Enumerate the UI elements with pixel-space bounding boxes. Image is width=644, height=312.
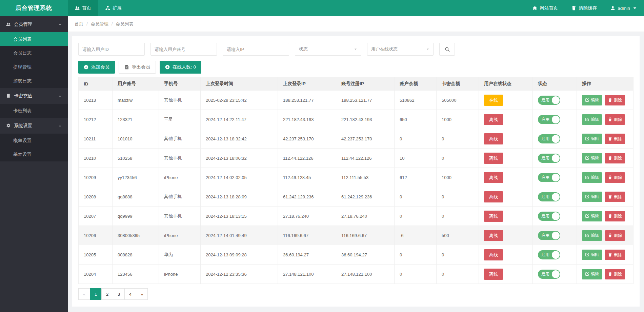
admin-app: 后台管理系统 首页扩展 网站首页清除缓存admin 会员管理会员列表会员日志提现…	[0, 0, 644, 312]
toggle-label: 启用	[541, 271, 549, 277]
online-status-select[interactable]: 用户在线状态	[367, 43, 434, 56]
cell-id: 10207	[79, 207, 113, 226]
caret-up-icon	[58, 23, 62, 26]
edit-button[interactable]: 编辑	[582, 211, 602, 221]
delete-button[interactable]: 删除	[605, 114, 625, 125]
delete-button[interactable]: 删除	[605, 192, 625, 202]
enable-toggle[interactable]: 启用	[538, 250, 560, 259]
edit-button[interactable]: 编辑	[582, 230, 602, 241]
sidebar-item-card-list[interactable]: 卡密列表	[0, 104, 68, 118]
column-header: 状态	[533, 77, 577, 91]
cell-status: 启用	[533, 168, 577, 187]
edit-button[interactable]: 编辑	[582, 153, 602, 163]
top-tab-home[interactable]: 首页	[68, 0, 98, 16]
cell-register-ip: 188.253.121.77	[336, 91, 395, 110]
sidebar-group-label: 系统设置	[14, 123, 32, 129]
column-header: 上次登录IP	[278, 77, 336, 91]
delete-button[interactable]: 删除	[605, 250, 625, 260]
page-3[interactable]: 3	[113, 288, 125, 300]
cell-account: maoziw	[113, 91, 159, 110]
sidebar-item-game-log[interactable]: 游戏日志	[0, 74, 68, 88]
delete-button[interactable]: 删除	[605, 95, 625, 105]
delete-button[interactable]: 删除	[605, 172, 625, 183]
enable-toggle[interactable]: 启用	[538, 115, 560, 124]
ip-input[interactable]	[223, 43, 289, 56]
cell-status: 启用	[533, 129, 577, 149]
edit-icon	[585, 156, 589, 160]
page-1[interactable]: 1	[90, 288, 102, 300]
sidebar-group-member-management[interactable]: 会员管理	[0, 16, 68, 32]
sidebar-group-system-settings[interactable]: 系统设置	[0, 118, 68, 134]
user-id-input[interactable]	[78, 43, 145, 56]
cell-phone: iPhone	[159, 168, 201, 187]
sidebar-group-card-recharge[interactable]: 卡密充值	[0, 88, 68, 104]
sidebar: 会员管理会员列表会员日志提现管理游戏日志卡密充值卡密列表系统设置概率设置基本设置	[0, 16, 68, 312]
enable-toggle[interactable]: 启用	[538, 192, 560, 201]
delete-button[interactable]: 删除	[605, 269, 625, 279]
users-icon	[6, 22, 11, 26]
edit-button[interactable]: 编辑	[582, 95, 602, 105]
toggle-label: 启用	[541, 233, 549, 238]
cell-phone: iPhone	[159, 265, 201, 284]
breadcrumb-item[interactable]: 首页	[75, 21, 83, 27]
delete-button[interactable]: 删除	[605, 211, 625, 221]
edit-button[interactable]: 编辑	[582, 192, 602, 202]
page-next[interactable]: »	[136, 288, 148, 300]
top-item-clear-cache[interactable]: 清除缓存	[565, 0, 604, 16]
table-row: 10209yy123456iPhone2024-12-14 02:02:0511…	[79, 168, 633, 187]
column-header: 用户账号	[113, 77, 159, 91]
page-prev[interactable]: «	[78, 288, 90, 300]
delete-button[interactable]: 删除	[605, 134, 625, 144]
breadcrumb-item[interactable]: 会员管理	[91, 21, 108, 27]
cell-account: 123321	[113, 110, 159, 129]
enable-toggle[interactable]: 启用	[538, 154, 560, 163]
enable-toggle[interactable]: 启用	[538, 231, 560, 240]
page-4[interactable]: 4	[124, 288, 136, 300]
edit-button[interactable]: 编辑	[582, 250, 602, 260]
export-members-button[interactable]: 导出会员	[119, 61, 156, 74]
sidebar-item-basic-settings[interactable]: 基本设置	[0, 148, 68, 161]
user-account-input[interactable]	[150, 43, 217, 56]
plus-circle-icon	[84, 65, 88, 70]
delete-label: 删除	[614, 175, 622, 180]
cell-online-status: 离线	[479, 149, 533, 168]
top-tab-extend[interactable]: 扩展	[98, 0, 129, 16]
enable-toggle[interactable]: 启用	[538, 96, 560, 105]
table-header-row: ID用户账号手机号上次登录时间上次登录IP账号注册IP账户余额卡密金额用户在线状…	[79, 77, 633, 91]
caret-down-icon	[632, 6, 637, 11]
caret-up-icon	[58, 124, 62, 128]
sidebar-item-member-list[interactable]: 会员列表	[0, 32, 68, 46]
cell-register-ip: 116.169.6.67	[336, 226, 395, 245]
delete-icon	[608, 137, 612, 141]
search-button[interactable]	[439, 43, 455, 56]
edit-button[interactable]: 编辑	[582, 114, 602, 125]
delete-button[interactable]: 删除	[605, 153, 625, 163]
sidebar-item-probability-settings[interactable]: 概率设置	[0, 134, 68, 148]
enable-toggle[interactable]: 启用	[538, 134, 560, 143]
delete-button[interactable]: 删除	[605, 230, 625, 241]
edit-label: 编辑	[591, 252, 599, 258]
enable-toggle[interactable]: 启用	[538, 173, 560, 182]
edit-button[interactable]: 编辑	[582, 269, 602, 279]
cell-phone: 三星	[159, 110, 201, 129]
enable-toggle[interactable]: 启用	[538, 212, 560, 221]
enable-toggle[interactable]: 启用	[538, 270, 560, 279]
status-select[interactable]: 状态	[295, 43, 361, 56]
filter-bar: 状态 用户在线状态	[78, 43, 633, 56]
edit-icon	[585, 117, 589, 121]
add-member-button[interactable]: 添加会员	[78, 61, 115, 74]
cell-account: qq8888	[113, 187, 159, 207]
cell-last-login-time: 2024-12-13 09:09:28	[201, 245, 278, 265]
sidebar-item-member-log[interactable]: 会员日志	[0, 46, 68, 60]
edit-label: 编辑	[591, 194, 599, 200]
cell-register-ip: 27.18.76.240	[336, 207, 395, 226]
edit-button[interactable]: 编辑	[582, 134, 602, 144]
delete-icon	[608, 195, 612, 199]
top-item-site-home[interactable]: 网站首页	[526, 0, 565, 16]
page-2[interactable]: 2	[101, 288, 113, 300]
online-count-button[interactable]: 在线人数: 0	[160, 61, 201, 74]
top-item-admin-user[interactable]: admin	[604, 0, 644, 16]
edit-button[interactable]: 编辑	[582, 172, 602, 183]
sidebar-item-withdraw-management[interactable]: 提现管理	[0, 60, 68, 74]
breadcrumb-item[interactable]: 会员列表	[116, 21, 133, 27]
